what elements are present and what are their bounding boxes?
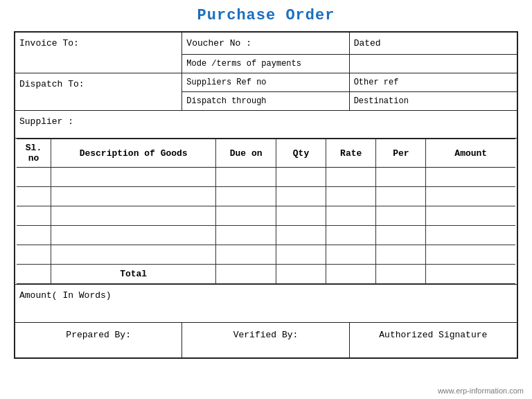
invoice-to-cell: Invoice To: <box>15 33 182 73</box>
cell-due_on-4 <box>216 245 276 265</box>
cell-rate-4 <box>326 245 376 265</box>
cell-due_on-2 <box>216 206 276 226</box>
suppliers-ref-label: Suppliers Ref no <box>186 78 266 87</box>
cell-qty-3 <box>276 226 326 245</box>
cell-due_on-3 <box>216 226 276 245</box>
table-row <box>16 187 516 206</box>
header-section: Invoice To: Voucher No : Dated Mode /ter… <box>15 33 517 73</box>
cell-amount-3 <box>426 226 516 245</box>
table-row <box>16 206 516 226</box>
voucher-no-label: Voucher No : <box>186 38 251 48</box>
invoice-to-label: Invoice To: <box>19 38 79 48</box>
cell-due_on-0 <box>216 168 276 187</box>
purchase-order-form: Invoice To: Voucher No : Dated Mode /ter… <box>14 31 518 359</box>
total-row: Total <box>16 265 516 284</box>
total-amount <box>426 265 516 284</box>
cell-slno-3 <box>16 226 51 245</box>
other-ref-empty-cell <box>350 55 517 73</box>
cell-per-3 <box>376 226 426 245</box>
cell-due_on-1 <box>216 187 276 206</box>
total-due_on <box>216 265 276 284</box>
supplier-label: Supplier : <box>19 116 73 127</box>
supplier-section: Supplier : <box>15 111 517 139</box>
total-rate <box>326 265 376 284</box>
destination-cell: Destination <box>350 92 517 110</box>
suppliers-ref-cell: Suppliers Ref no <box>182 73 349 92</box>
authorized-signature-label: Authorized Signature <box>379 330 487 340</box>
total-slno <box>16 265 51 284</box>
prepared-by-cell: Prepared By: <box>15 323 182 357</box>
cell-per-1 <box>376 187 426 206</box>
dated-cell: Dated <box>350 33 517 55</box>
authorized-signature-cell: Authorized Signature <box>350 323 517 357</box>
table-row <box>16 245 516 265</box>
cell-rate-1 <box>326 187 376 206</box>
col-header-rate: Rate <box>326 139 376 168</box>
cell-qty-4 <box>276 245 326 265</box>
total-label-cell: Total <box>51 265 216 284</box>
cell-amount-4 <box>426 245 516 265</box>
total-per <box>376 265 426 284</box>
dispatch-to-label: Dispatch To: <box>19 79 85 89</box>
cell-qty-1 <box>276 187 326 206</box>
col-header-qty: Qty <box>276 139 326 168</box>
cell-per-0 <box>376 168 426 187</box>
cell-slno-1 <box>16 187 51 206</box>
goods-table-wrapper: Sl. no Description of Goods Due on Qty R… <box>15 139 517 285</box>
table-row <box>16 226 516 245</box>
cell-description-3 <box>51 226 216 245</box>
cell-slno-2 <box>16 206 51 226</box>
other-ref-label: Other ref <box>354 78 399 87</box>
table-header-row: Sl. no Description of Goods Due on Qty R… <box>16 139 516 168</box>
dated-label: Dated <box>354 38 381 48</box>
col-header-description: Description of Goods <box>51 139 216 168</box>
col-header-amount: Amount <box>426 139 516 168</box>
cell-qty-2 <box>276 206 326 226</box>
mode-terms-cell: Mode /terms of payments <box>182 55 349 73</box>
dispatch-through-cell: Dispatch through <box>182 92 349 110</box>
cell-rate-2 <box>326 206 376 226</box>
cell-description-4 <box>51 245 216 265</box>
total-qty <box>276 265 326 284</box>
cell-qty-0 <box>276 168 326 187</box>
cell-rate-0 <box>326 168 376 187</box>
col-header-dueon: Due on <box>216 139 276 168</box>
prepared-by-label: Prepared By: <box>66 330 131 340</box>
verified-by-cell: Verified By: <box>182 323 349 357</box>
cell-description-1 <box>51 187 216 206</box>
cell-slno-0 <box>16 168 51 187</box>
goods-table: Sl. no Description of Goods Due on Qty R… <box>15 139 517 284</box>
cell-rate-3 <box>326 226 376 245</box>
amount-words-label: Amount( In Words) <box>19 290 112 301</box>
col-header-per: Per <box>376 139 426 168</box>
destination-label: Destination <box>354 96 409 106</box>
cell-amount-1 <box>426 187 516 206</box>
dispatch-section: Dispatch To: Suppliers Ref no Other ref … <box>15 73 517 111</box>
cell-description-2 <box>51 206 216 226</box>
cell-amount-2 <box>426 206 516 226</box>
cell-per-2 <box>376 206 426 226</box>
watermark: www.erp-information.com <box>438 387 524 395</box>
page-title: Purchase Order <box>197 7 335 24</box>
cell-slno-4 <box>16 245 51 265</box>
mode-terms-label: Mode /terms of payments <box>186 59 301 69</box>
cell-per-4 <box>376 245 426 265</box>
dispatch-through-label: Dispatch through <box>186 96 266 106</box>
table-row <box>16 168 516 187</box>
voucher-no-cell: Voucher No : <box>182 33 349 55</box>
amount-words-section: Amount( In Words) <box>15 285 517 323</box>
col-header-slno: Sl. no <box>16 139 51 168</box>
dispatch-to-cell: Dispatch To: <box>15 73 182 110</box>
cell-description-0 <box>51 168 216 187</box>
other-ref-cell: Other ref <box>350 73 517 92</box>
footer-section: Prepared By: Verified By: Authorized Sig… <box>15 323 517 357</box>
cell-amount-0 <box>426 168 516 187</box>
verified-by-label: Verified By: <box>233 330 299 340</box>
